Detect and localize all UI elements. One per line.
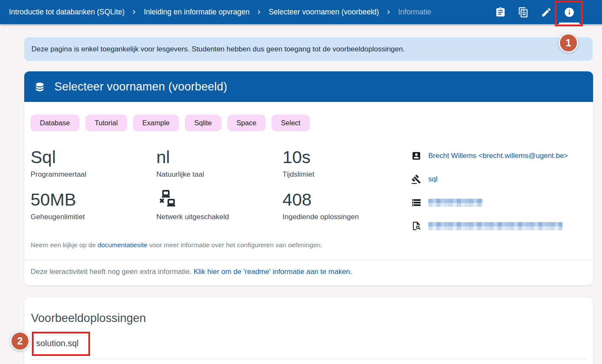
- redacted-repository-link[interactable]: [428, 199, 483, 207]
- stat-memory-limit: 50MB Geheugenlimitiet: [31, 189, 156, 232]
- exercise-title: Selecteer voornamen (voorbeeld): [54, 80, 227, 93]
- label-chips: Database Tutorial Example Sqlite Space S…: [31, 115, 310, 131]
- stat-value: 50MB: [31, 189, 156, 210]
- label-chip[interactable]: Select: [271, 115, 310, 131]
- readme-note: Deze leeractiviteit heeft nog geen extra…: [31, 268, 352, 276]
- breadcrumb-course[interactable]: Introductie tot databanken (SQLite): [9, 8, 124, 17]
- label-chip[interactable]: Tutorial: [85, 115, 127, 131]
- repository-icon: [411, 198, 421, 208]
- step-badge-1: 1: [559, 33, 578, 53]
- breadcrumb-current-page: Informatie: [398, 8, 431, 17]
- exercise-meta-list: Brecht Willems <brecht.willems@ugent.be>…: [411, 150, 590, 244]
- label-chip[interactable]: Space: [227, 115, 266, 131]
- breadcrumb-series[interactable]: Inleiding en informatie opvragen: [144, 8, 249, 17]
- stat-value: 10s: [283, 147, 406, 167]
- chevron-right-icon: [384, 8, 393, 16]
- doc-note-before: Neem een kijkje op de: [31, 241, 98, 248]
- teacher-only-alert: Deze pagina is enkel toegankelijk voor l…: [24, 37, 593, 61]
- solutions-title: Voorbeeldoplossingen: [31, 311, 146, 325]
- copy-icon[interactable]: [512, 0, 535, 24]
- meta-repository-row: [411, 197, 590, 208]
- exercise-card-header: Selecteer voornamen (voorbeeld): [24, 71, 593, 102]
- label-chip[interactable]: Database: [31, 115, 79, 131]
- file-search-icon: [411, 221, 421, 231]
- card-divider: [24, 260, 593, 260]
- stat-label: Ingediende oplossingen: [283, 213, 406, 221]
- label-chip[interactable]: Sqlite: [185, 115, 221, 131]
- doc-note-after: voor meer informatie over het configurer…: [147, 241, 322, 248]
- stat-value: nl: [156, 147, 283, 167]
- stat-label: Tijdslimiet: [283, 170, 406, 179]
- stat-label: Natuurlijke taal: [156, 170, 283, 179]
- stat-natural-language: nl Natuurlijke taal: [156, 147, 283, 189]
- documentation-link[interactable]: documentatiesite: [98, 241, 147, 248]
- page: Introductie tot databanken (SQLite) Inle…: [0, 0, 602, 364]
- step-badge-2: 2: [10, 331, 30, 351]
- judge-link[interactable]: sql: [428, 175, 438, 183]
- exercise-stats: Sql Programmeertaal nl Natuurlijke taal …: [31, 147, 406, 232]
- top-navigation-bar: Introductie tot databanken (SQLite) Inle…: [0, 0, 602, 24]
- stat-network-disabled: Netwerk uitgeschakeld: [156, 189, 283, 232]
- breadcrumb-exercise[interactable]: Selecteer voornamen (voorbeeld): [268, 8, 379, 17]
- chevron-right-icon: [255, 8, 263, 16]
- solutions-card: Voorbeeldoplossingen solution.sql: [24, 297, 593, 364]
- stat-time-limit: 10s Tijdslimiet: [283, 147, 406, 189]
- person-icon: [411, 151, 421, 161]
- stat-value: Sql: [31, 147, 156, 167]
- breadcrumb: Introductie tot databanken (SQLite) Inle…: [9, 8, 431, 17]
- readme-note-text: Deze leeractiviteit heeft nog geen extra…: [31, 268, 194, 276]
- stat-label: Geheugenlimitiet: [31, 213, 156, 221]
- stat-value: 408: [283, 189, 406, 210]
- documentation-note: Neem een kijkje op de documentatiesite v…: [31, 241, 322, 249]
- solution-file-tab[interactable]: solution.sql: [36, 339, 79, 348]
- database-icon: [34, 81, 45, 93]
- exercise-info-card: Selecteer voornamen (voorbeeld) Database…: [24, 71, 593, 285]
- network-disabled-icon: [156, 189, 283, 210]
- topbar-actions: [489, 0, 581, 24]
- label-chip[interactable]: Example: [133, 115, 179, 131]
- stat-submissions: 408 Ingediende oplossingen: [283, 189, 406, 232]
- create-readme-link[interactable]: Klik hier om de 'readme' informatie aan …: [194, 268, 352, 276]
- stat-label: Programmeertaal: [31, 170, 156, 179]
- solutions-divider: [31, 359, 586, 359]
- author-link[interactable]: Brecht Willems <brecht.willems@ugent.be>: [428, 152, 568, 160]
- gavel-icon: [411, 174, 421, 184]
- redacted-config-link[interactable]: [428, 222, 562, 230]
- edit-icon[interactable]: [535, 0, 558, 24]
- alert-text: Deze pagina is enkel toegankelijk voor l…: [31, 45, 405, 54]
- meta-config-row: [411, 220, 590, 231]
- meta-judge-row: sql: [411, 174, 590, 185]
- info-icon[interactable]: [558, 0, 581, 24]
- assignment-icon[interactable]: [489, 0, 512, 24]
- stat-programming-language: Sql Programmeertaal: [31, 147, 156, 189]
- stat-label: Netwerk uitgeschakeld: [156, 213, 283, 221]
- meta-author-row: Brecht Willems <brecht.willems@ugent.be>: [411, 150, 590, 161]
- chevron-right-icon: [130, 8, 138, 16]
